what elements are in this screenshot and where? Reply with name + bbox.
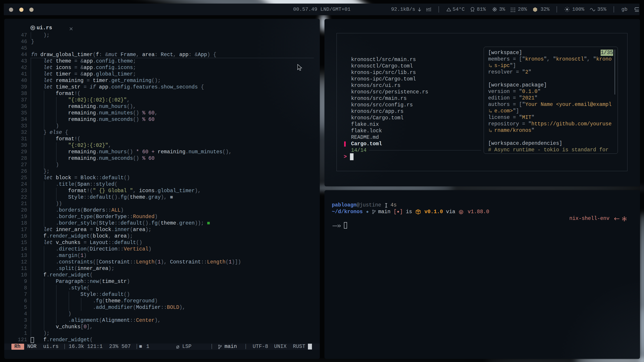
svg-text:R: R: [32, 26, 34, 29]
svg-text:R: R: [460, 211, 462, 214]
